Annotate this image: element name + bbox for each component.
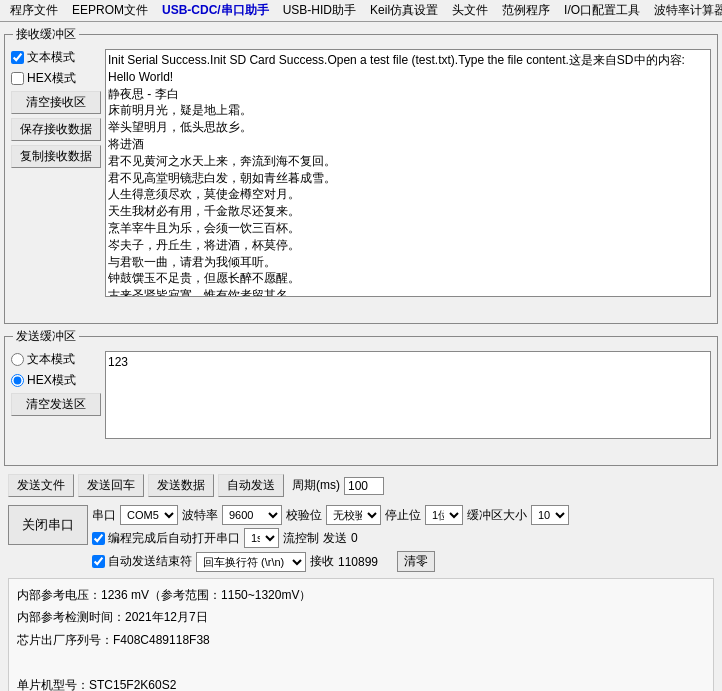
- send-section-title: 发送缓冲区: [13, 328, 79, 345]
- detect-value: 2021年12月7日: [125, 610, 208, 624]
- recv-hex-mode-label[interactable]: HEX模式: [11, 70, 101, 87]
- send-data-button[interactable]: 发送数据: [148, 474, 214, 497]
- chip-serial-value: F408C489118F38: [113, 633, 210, 647]
- auto-send-button[interactable]: 自动发送: [218, 474, 284, 497]
- menu-eeprom[interactable]: EEPROM文件: [66, 0, 154, 21]
- recv-text-mode-label[interactable]: 文本模式: [11, 49, 101, 66]
- vref-line: 内部参考电压：1236 mV（参考范围：1150~1320mV）: [17, 585, 705, 605]
- baud-select[interactable]: 9600: [222, 505, 282, 525]
- send-return-button[interactable]: 发送回车: [78, 474, 144, 497]
- recv-section-title: 接收缓冲区: [13, 26, 79, 43]
- flow-control-label: 流控制: [283, 530, 319, 547]
- port-select[interactable]: COM5: [120, 505, 178, 525]
- recv-label: 接收: [310, 553, 334, 570]
- send-buffer-section: 发送缓冲区 文本模式 HEX模式 清空发送区: [4, 336, 718, 466]
- send-controls: 文本模式 HEX模式 清空发送区: [11, 351, 101, 439]
- recv-hex-mode-checkbox[interactable]: [11, 72, 24, 85]
- main-content: 接收缓冲区 文本模式 HEX模式 清空接收区 保存接收数据 复制接收数据 发送: [0, 22, 722, 691]
- detect-label: 内部参考检测时间：: [17, 610, 125, 624]
- recv-copy-button[interactable]: 复制接收数据: [11, 145, 101, 168]
- blank1: [17, 652, 705, 672]
- baud-label: 波特率: [182, 507, 218, 524]
- send-clear-button[interactable]: 清空发送区: [11, 393, 101, 416]
- model-line: 单片机型号：STC15F2K60S2: [17, 675, 705, 691]
- menubar: 程序文件 EEPROM文件 USB-CDC/串口助手 USB-HID助手 Kei…: [0, 0, 722, 22]
- crlf-select[interactable]: 回车换行符 (\r\n): [196, 552, 306, 572]
- recv-buffer-section: 接收缓冲区 文本模式 HEX模式 清空接收区 保存接收数据 复制接收数据: [4, 34, 718, 324]
- send-text-mode-label[interactable]: 文本模式: [11, 351, 101, 368]
- serial-config-row3: 自动发送结束符 回车换行符 (\r\n) 接收 110899 清零: [92, 551, 714, 572]
- stop-label: 停止位: [385, 507, 421, 524]
- buffer-select[interactable]: 10K: [531, 505, 569, 525]
- send-hex-mode-label[interactable]: HEX模式: [11, 372, 101, 389]
- recv-text-area[interactable]: [105, 49, 711, 297]
- chip-serial-label: 芯片出厂序列号：: [17, 633, 113, 647]
- info-section: 内部参考电压：1236 mV（参考范围：1150~1320mV） 内部参考检测时…: [8, 578, 714, 691]
- vref-value: 1236 mV（参考范围：1150~1320mV）: [101, 588, 311, 602]
- port-label: 串口: [92, 507, 116, 524]
- open-close-serial-button[interactable]: 关闭串口: [8, 505, 88, 545]
- menu-baud[interactable]: 波特率计算器: [648, 0, 722, 21]
- menu-usb-cdc[interactable]: USB-CDC/串口助手: [156, 0, 275, 21]
- serial-config-row1: 串口 COM5 波特率 9600 校验位 无校验 停止位 1位 缓冲区大小: [92, 505, 714, 525]
- buffer-label: 缓冲区大小: [467, 507, 527, 524]
- send-label: 发送: [323, 530, 347, 547]
- recv-save-button[interactable]: 保存接收数据: [11, 118, 101, 141]
- send-toolbar: 发送文件 发送回车 发送数据 自动发送 周期(ms): [4, 470, 718, 501]
- recv-count: 110899: [338, 555, 393, 569]
- serial-config-row2: 编程完成后自动打开串口 1s 流控制 发送 0: [92, 528, 714, 548]
- clear-count-button[interactable]: 清零: [397, 551, 435, 572]
- parity-label: 校验位: [286, 507, 322, 524]
- vref-label: 内部参考电压：: [17, 588, 101, 602]
- send-file-button[interactable]: 发送文件: [8, 474, 74, 497]
- auto-open-label[interactable]: 编程完成后自动打开串口: [92, 530, 240, 547]
- send-hex-mode-radio[interactable]: [11, 374, 24, 387]
- send-text-area[interactable]: [105, 351, 711, 439]
- auto-crlf-label[interactable]: 自动发送结束符: [92, 553, 192, 570]
- period-input[interactable]: [344, 477, 384, 495]
- menu-example[interactable]: 范例程序: [496, 0, 556, 21]
- send-text-mode-radio[interactable]: [11, 353, 24, 366]
- menu-header[interactable]: 头文件: [446, 0, 494, 21]
- detect-line: 内部参考检测时间：2021年12月7日: [17, 607, 705, 627]
- period-label: 周期(ms): [292, 477, 340, 494]
- menu-usb-hid[interactable]: USB-HID助手: [277, 0, 362, 21]
- recv-clear-button[interactable]: 清空接收区: [11, 91, 101, 114]
- auto-open-checkbox[interactable]: [92, 532, 105, 545]
- menu-io[interactable]: I/O口配置工具: [558, 0, 646, 21]
- model-label: 单片机型号：: [17, 678, 89, 691]
- send-count: 0: [351, 531, 381, 545]
- parity-select[interactable]: 无校验: [326, 505, 381, 525]
- recv-text-mode-checkbox[interactable]: [11, 51, 24, 64]
- menu-keil[interactable]: Keil仿真设置: [364, 0, 444, 21]
- auto-open-interval-select[interactable]: 1s: [244, 528, 279, 548]
- menu-program[interactable]: 程序文件: [4, 0, 64, 21]
- recv-controls: 文本模式 HEX模式 清空接收区 保存接收数据 复制接收数据: [11, 49, 101, 297]
- auto-crlf-checkbox[interactable]: [92, 555, 105, 568]
- chip-serial-line: 芯片出厂序列号：F408C489118F38: [17, 630, 705, 650]
- model-value: STC15F2K60S2: [89, 678, 176, 691]
- stop-select[interactable]: 1位: [425, 505, 463, 525]
